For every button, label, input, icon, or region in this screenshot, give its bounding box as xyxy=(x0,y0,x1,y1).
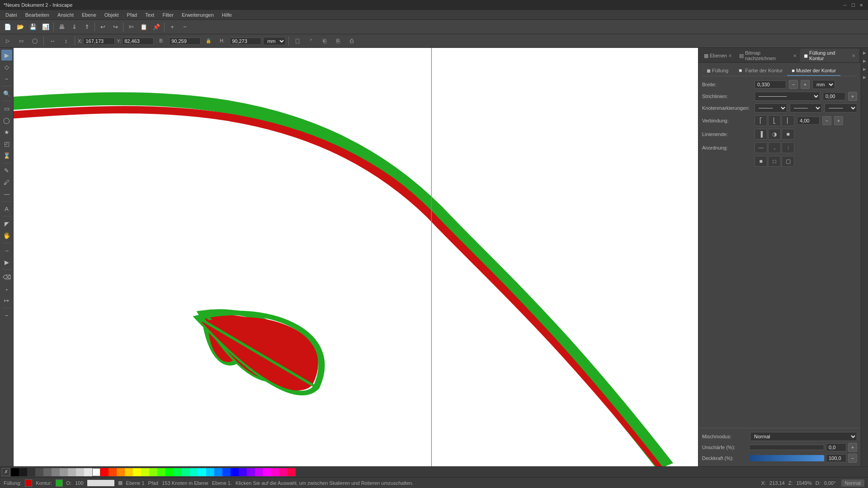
swatch-blue[interactable] xyxy=(231,468,239,476)
swatch-green[interactable] xyxy=(165,468,174,476)
spiral-tool[interactable]: ⌛ xyxy=(1,150,12,161)
strichlinien-value[interactable] xyxy=(823,92,845,100)
swatch-hotpink2[interactable] xyxy=(279,468,288,476)
select-tool[interactable]: ▶ xyxy=(1,50,12,61)
menu-pfad[interactable]: Pfad xyxy=(123,11,141,19)
swatch-orange1[interactable] xyxy=(108,468,117,476)
pencil-tool[interactable]: ✎ xyxy=(1,165,12,176)
strichlinien-plus[interactable]: + xyxy=(848,92,857,101)
swatch-gray3[interactable] xyxy=(52,468,60,476)
swatch-orange3[interactable] xyxy=(125,468,133,476)
menu-datei[interactable]: Datei xyxy=(2,11,21,19)
swatch-violet2[interactable] xyxy=(247,468,255,476)
deckraft-minus[interactable]: − xyxy=(848,454,857,463)
menu-bearbeiten[interactable]: Bearbeiten xyxy=(22,11,53,19)
unschaerfe-value[interactable] xyxy=(826,443,846,451)
zoom-in-button[interactable]: + xyxy=(166,21,178,33)
pen-tool[interactable]: 🖊 xyxy=(1,177,12,188)
menu-ansicht[interactable]: Ansicht xyxy=(54,11,77,19)
strichlinien-select[interactable]: ──────── - - - - - · · · · · xyxy=(755,92,820,101)
sub-tab-fuellung[interactable]: ◼ Füllung xyxy=(702,66,733,76)
breite-plus[interactable]: + xyxy=(801,80,810,89)
canvas-area[interactable] xyxy=(14,48,698,466)
transform-btn1[interactable]: ⎕ xyxy=(292,35,303,47)
swatch-springgreen2[interactable] xyxy=(182,468,190,476)
swatch-red[interactable] xyxy=(100,468,108,476)
verbindung-bevel[interactable]: ⎢ xyxy=(782,115,794,126)
swatch-darkgray2[interactable] xyxy=(27,468,35,476)
swatch-dodgerblue[interactable] xyxy=(222,468,231,476)
zoom-tool[interactable]: 🔍 xyxy=(1,88,12,99)
deckraft-slider[interactable] xyxy=(749,455,824,461)
rstrip-btn2[interactable]: ▶ xyxy=(862,58,868,64)
paint-bucket-tool[interactable]: ⬩ xyxy=(1,283,12,294)
zoom-out-tool[interactable]: − xyxy=(1,310,12,321)
swatch-lightgreen[interactable] xyxy=(157,468,165,476)
swatch-cyan[interactable] xyxy=(198,468,206,476)
tweak-tool[interactable]: ~ xyxy=(1,73,12,84)
select-tool-option3[interactable]: ◯ xyxy=(29,35,41,47)
menu-erweiterungen[interactable]: Erweiterungen xyxy=(178,11,217,19)
unschaerfe-plus[interactable]: + xyxy=(848,443,857,452)
flip-v-button[interactable]: ↕ xyxy=(60,35,72,47)
w-input[interactable] xyxy=(169,38,201,45)
sub-tab-muster-kontur[interactable]: ■ Muster der Kontur xyxy=(787,66,840,76)
verbindung-plus[interactable]: + xyxy=(834,116,843,125)
sub-tab-farbe-kontur[interactable]: ◽ Farbe der Kontur xyxy=(733,66,787,76)
swatch-magenta[interactable] xyxy=(263,468,271,476)
menu-filter[interactable]: Filter xyxy=(159,11,177,19)
rect-tool[interactable]: ▭ xyxy=(1,103,12,114)
swatch-purple[interactable] xyxy=(255,468,263,476)
zoom-out-button[interactable]: − xyxy=(179,21,191,33)
tab-bitmap[interactable]: ▤ Bitmap nachzeichnen ✕ xyxy=(736,49,800,62)
calligraphy-tool[interactable]: ⸻ xyxy=(1,188,12,199)
close-bitmap-button[interactable]: ✕ xyxy=(793,53,797,58)
y-input[interactable] xyxy=(122,38,154,45)
opacity-slider[interactable] xyxy=(87,480,114,486)
flip-h-button[interactable]: ↔ xyxy=(47,35,58,47)
swatch-hotpink1[interactable] xyxy=(271,468,279,476)
verbindung-minus[interactable]: − xyxy=(822,116,831,125)
rstrip-btn3[interactable]: ▶ xyxy=(862,66,868,72)
measure-tool[interactable]: ↦ xyxy=(1,295,12,306)
ellipse-tool[interactable]: ◯ xyxy=(1,115,12,126)
star-tool[interactable]: ★ xyxy=(1,127,12,137)
breite-input[interactable] xyxy=(755,80,786,89)
anordnung-opt3[interactable]: ▢ xyxy=(782,156,794,167)
anordnung-inside[interactable]: ⸼ xyxy=(768,142,781,153)
fill-color-box[interactable] xyxy=(25,479,32,487)
swatch-turquoise[interactable] xyxy=(190,468,198,476)
paste-button[interactable]: 📌 xyxy=(151,21,162,33)
verbindung-miter[interactable]: ⎡ xyxy=(755,115,767,126)
swatch-lightgray1[interactable] xyxy=(68,468,76,476)
spray-tool[interactable]: ▶ xyxy=(1,257,12,267)
eyedropper-tool[interactable]: 🖐 xyxy=(1,230,12,241)
swatch-yellow[interactable] xyxy=(133,468,141,476)
redo-button[interactable]: ↪ xyxy=(109,21,121,33)
transform-btn3[interactable]: ⎗ xyxy=(319,35,330,47)
swatch-white[interactable] xyxy=(92,468,100,476)
swatch-yellowgreen1[interactable] xyxy=(141,468,149,476)
lock-aspect-button[interactable]: 🔒 xyxy=(203,35,214,47)
close-button[interactable]: ✕ xyxy=(858,2,864,8)
close-fuellung-button[interactable]: ✕ xyxy=(852,53,855,58)
anordnung-opt1[interactable]: ■ xyxy=(755,156,767,167)
rstrip-btn4[interactable]: ▶ xyxy=(862,74,868,80)
kontur-color-box[interactable] xyxy=(56,479,63,487)
select-tool-option2[interactable]: ▭ xyxy=(15,35,27,47)
menu-hilfe[interactable]: Hilfe xyxy=(218,11,236,19)
eraser-tool[interactable]: ⌫ xyxy=(1,272,12,282)
x-input[interactable] xyxy=(83,38,115,45)
transform-btn5[interactable]: ⎙ xyxy=(346,35,358,47)
swatch-springgreen1[interactable] xyxy=(174,468,182,476)
menu-ebene[interactable]: Ebene xyxy=(78,11,100,19)
verbindung-round[interactable]: ⎣ xyxy=(768,115,781,126)
breite-minus[interactable]: − xyxy=(789,80,798,89)
swatch-gray2[interactable] xyxy=(43,468,52,476)
transform-btn4[interactable]: ⎘ xyxy=(332,35,344,47)
3d-box-tool[interactable]: ◰ xyxy=(1,138,12,149)
gradient-tool[interactable]: ◤ xyxy=(1,218,12,229)
swatch-gray4[interactable] xyxy=(60,468,68,476)
cut-button[interactable]: ✄ xyxy=(125,21,137,33)
close-ebenen-button[interactable]: ✕ xyxy=(728,53,732,58)
